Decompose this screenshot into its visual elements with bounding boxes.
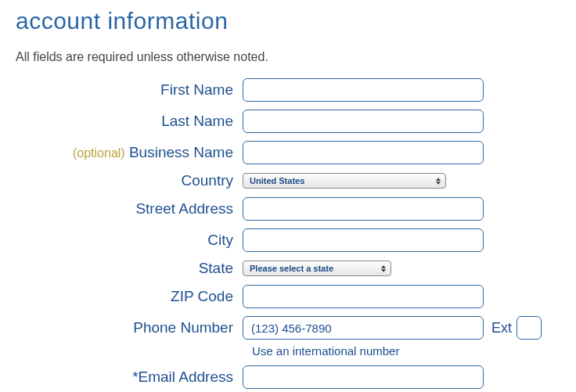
email-address-input[interactable] (243, 365, 484, 389)
label-phone: Phone Number (16, 319, 243, 336)
page-title: account information (16, 8, 560, 34)
label-last-name: Last Name (16, 113, 243, 130)
label-street: Street Address (16, 200, 243, 218)
required-note: All fields are required unless otherwise… (16, 50, 560, 64)
phone-number-input[interactable] (243, 316, 484, 340)
optional-tag: (optional) (73, 146, 125, 160)
label-ext: Ext (491, 320, 512, 336)
label-zip: ZIP Code (16, 288, 243, 305)
street-address-input[interactable] (243, 197, 484, 221)
country-select[interactable]: United States (243, 173, 446, 189)
label-state: State (16, 260, 243, 277)
phone-ext-input[interactable] (517, 316, 542, 340)
city-input[interactable] (243, 228, 484, 252)
last-name-input[interactable] (243, 110, 484, 133)
label-first-name: First Name (16, 81, 243, 99)
country-selected-value: United States (250, 176, 304, 185)
chevron-updown-icon (379, 263, 388, 274)
state-selected-value: Please select a state (250, 264, 333, 273)
label-email: *Email Address (16, 369, 243, 386)
label-country: Country (16, 172, 243, 189)
state-select[interactable]: Please select a state (243, 261, 391, 276)
label-business-name: Business Name (129, 144, 233, 160)
zip-code-input[interactable] (243, 285, 484, 308)
intl-number-link[interactable]: Use an international number (252, 344, 560, 358)
label-city: City (16, 232, 243, 249)
business-name-input[interactable] (243, 141, 484, 164)
chevron-updown-icon (434, 175, 443, 186)
first-name-input[interactable] (243, 78, 484, 102)
